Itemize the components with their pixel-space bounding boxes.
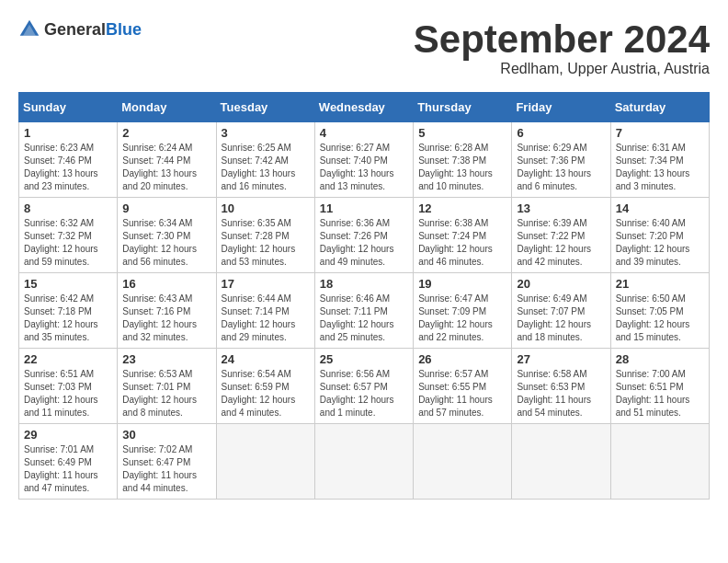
day-detail: Sunrise: 6:43 AM Sunset: 7:16 PM Dayligh…	[122, 293, 210, 344]
day-detail: Sunrise: 6:39 AM Sunset: 7:22 PM Dayligh…	[517, 217, 605, 269]
calendar-week-row: 1 Sunrise: 6:23 AM Sunset: 7:46 PM Dayli…	[19, 122, 710, 198]
table-row: 8 Sunrise: 6:32 AM Sunset: 7:32 PM Dayli…	[19, 198, 118, 273]
day-number: 23	[122, 352, 210, 366]
table-row: 30 Sunrise: 7:02 AM Sunset: 6:47 PM Dayl…	[118, 424, 216, 500]
table-row: 21 Sunrise: 6:50 AM Sunset: 7:05 PM Dayl…	[610, 273, 709, 349]
day-number: 28	[616, 352, 704, 366]
table-row: 13 Sunrise: 6:39 AM Sunset: 7:22 PM Dayl…	[512, 198, 610, 273]
table-row: 27 Sunrise: 6:58 AM Sunset: 6:53 PM Dayl…	[512, 349, 610, 424]
day-detail: Sunrise: 7:00 AM Sunset: 6:51 PM Dayligh…	[616, 368, 704, 419]
table-row	[610, 424, 709, 500]
table-row: 20 Sunrise: 6:49 AM Sunset: 7:07 PM Dayl…	[512, 273, 610, 349]
day-number: 3	[222, 126, 310, 140]
day-number: 11	[320, 201, 408, 215]
table-row: 10 Sunrise: 6:35 AM Sunset: 7:28 PM Dayl…	[216, 198, 314, 273]
title-area: September 2024 Redlham, Upper Austria, A…	[414, 18, 710, 77]
table-row	[414, 424, 512, 500]
day-number: 9	[122, 201, 210, 215]
col-thursday: Thursday	[414, 93, 512, 122]
col-saturday: Saturday	[610, 93, 709, 122]
table-row: 7 Sunrise: 6:31 AM Sunset: 7:34 PM Dayli…	[610, 122, 709, 198]
day-detail: Sunrise: 6:40 AM Sunset: 7:20 PM Dayligh…	[616, 217, 704, 269]
day-detail: Sunrise: 6:53 AM Sunset: 7:01 PM Dayligh…	[122, 368, 210, 419]
day-detail: Sunrise: 6:57 AM Sunset: 6:55 PM Dayligh…	[418, 368, 506, 419]
col-friday: Friday	[512, 93, 610, 122]
day-number: 25	[320, 352, 408, 366]
day-number: 10	[222, 201, 310, 215]
day-detail: Sunrise: 6:58 AM Sunset: 6:53 PM Dayligh…	[517, 368, 605, 419]
table-row: 14 Sunrise: 6:40 AM Sunset: 7:20 PM Dayl…	[610, 198, 709, 273]
table-row: 25 Sunrise: 6:56 AM Sunset: 6:57 PM Dayl…	[314, 349, 413, 424]
day-detail: Sunrise: 7:02 AM Sunset: 6:47 PM Dayligh…	[122, 443, 210, 495]
calendar-week-row: 22 Sunrise: 6:51 AM Sunset: 7:03 PM Dayl…	[19, 349, 710, 424]
table-row: 9 Sunrise: 6:34 AM Sunset: 7:30 PM Dayli…	[118, 198, 216, 273]
logo-text-blue: Blue	[106, 20, 142, 39]
table-row: 6 Sunrise: 6:29 AM Sunset: 7:36 PM Dayli…	[512, 122, 610, 198]
table-row: 16 Sunrise: 6:43 AM Sunset: 7:16 PM Dayl…	[118, 273, 216, 349]
table-row: 15 Sunrise: 6:42 AM Sunset: 7:18 PM Dayl…	[19, 273, 118, 349]
day-detail: Sunrise: 6:46 AM Sunset: 7:11 PM Dayligh…	[320, 293, 408, 344]
day-detail: Sunrise: 6:47 AM Sunset: 7:09 PM Dayligh…	[418, 293, 506, 344]
table-row: 12 Sunrise: 6:38 AM Sunset: 7:24 PM Dayl…	[414, 198, 512, 273]
month-title: September 2024	[414, 18, 710, 61]
day-number: 18	[320, 277, 408, 291]
day-detail: Sunrise: 6:31 AM Sunset: 7:34 PM Dayligh…	[616, 142, 704, 193]
day-detail: Sunrise: 6:42 AM Sunset: 7:18 PM Dayligh…	[24, 293, 112, 344]
day-number: 6	[517, 126, 605, 140]
table-row: 22 Sunrise: 6:51 AM Sunset: 7:03 PM Dayl…	[19, 349, 118, 424]
day-number: 7	[616, 126, 704, 140]
calendar-week-row: 15 Sunrise: 6:42 AM Sunset: 7:18 PM Dayl…	[19, 273, 710, 349]
table-row: 19 Sunrise: 6:47 AM Sunset: 7:09 PM Dayl…	[414, 273, 512, 349]
calendar-week-row: 29 Sunrise: 7:01 AM Sunset: 6:49 PM Dayl…	[19, 424, 710, 500]
table-row: 26 Sunrise: 6:57 AM Sunset: 6:55 PM Dayl…	[414, 349, 512, 424]
day-detail: Sunrise: 6:51 AM Sunset: 7:03 PM Dayligh…	[24, 368, 112, 419]
day-number: 2	[122, 126, 210, 140]
day-number: 21	[616, 277, 704, 291]
day-number: 30	[122, 428, 210, 442]
day-number: 19	[418, 277, 506, 291]
table-row: 2 Sunrise: 6:24 AM Sunset: 7:44 PM Dayli…	[118, 122, 216, 198]
day-number: 13	[517, 201, 605, 215]
calendar-week-row: 8 Sunrise: 6:32 AM Sunset: 7:32 PM Dayli…	[19, 198, 710, 273]
day-number: 15	[24, 277, 112, 291]
day-detail: Sunrise: 6:38 AM Sunset: 7:24 PM Dayligh…	[418, 217, 506, 269]
day-number: 1	[24, 126, 112, 140]
table-row: 24 Sunrise: 6:54 AM Sunset: 6:59 PM Dayl…	[216, 349, 314, 424]
logo-text-general: General	[44, 20, 106, 39]
day-detail: Sunrise: 6:27 AM Sunset: 7:40 PM Dayligh…	[320, 142, 408, 193]
table-row	[314, 424, 413, 500]
col-tuesday: Tuesday	[216, 93, 314, 122]
day-number: 8	[24, 201, 112, 215]
day-number: 20	[517, 277, 605, 291]
day-number: 16	[122, 277, 210, 291]
day-detail: Sunrise: 6:56 AM Sunset: 6:57 PM Dayligh…	[320, 368, 408, 419]
day-number: 26	[418, 352, 506, 366]
day-detail: Sunrise: 6:50 AM Sunset: 7:05 PM Dayligh…	[616, 293, 704, 344]
calendar-table: Sunday Monday Tuesday Wednesday Thursday…	[18, 92, 710, 500]
day-number: 29	[24, 428, 112, 442]
col-wednesday: Wednesday	[314, 93, 413, 122]
day-number: 14	[616, 201, 704, 215]
day-number: 17	[222, 277, 310, 291]
day-detail: Sunrise: 6:29 AM Sunset: 7:36 PM Dayligh…	[517, 142, 605, 193]
day-detail: Sunrise: 6:32 AM Sunset: 7:32 PM Dayligh…	[24, 217, 112, 269]
logo: GeneralBlue	[18, 18, 142, 40]
day-detail: Sunrise: 6:54 AM Sunset: 6:59 PM Dayligh…	[222, 368, 310, 419]
day-detail: Sunrise: 6:24 AM Sunset: 7:44 PM Dayligh…	[122, 142, 210, 193]
day-detail: Sunrise: 6:34 AM Sunset: 7:30 PM Dayligh…	[122, 217, 210, 269]
col-monday: Monday	[118, 93, 216, 122]
table-row	[512, 424, 610, 500]
page-header: GeneralBlue September 2024 Redlham, Uppe…	[18, 18, 710, 77]
day-detail: Sunrise: 6:49 AM Sunset: 7:07 PM Dayligh…	[517, 293, 605, 344]
table-row	[216, 424, 314, 500]
table-row: 11 Sunrise: 6:36 AM Sunset: 7:26 PM Dayl…	[314, 198, 413, 273]
table-row: 1 Sunrise: 6:23 AM Sunset: 7:46 PM Dayli…	[19, 122, 118, 198]
table-row: 28 Sunrise: 7:00 AM Sunset: 6:51 PM Dayl…	[610, 349, 709, 424]
calendar-header-row: Sunday Monday Tuesday Wednesday Thursday…	[19, 93, 710, 122]
day-number: 22	[24, 352, 112, 366]
day-detail: Sunrise: 6:25 AM Sunset: 7:42 AM Dayligh…	[222, 142, 310, 193]
table-row: 23 Sunrise: 6:53 AM Sunset: 7:01 PM Dayl…	[118, 349, 216, 424]
table-row: 4 Sunrise: 6:27 AM Sunset: 7:40 PM Dayli…	[314, 122, 413, 198]
day-detail: Sunrise: 6:35 AM Sunset: 7:28 PM Dayligh…	[222, 217, 310, 269]
day-number: 5	[418, 126, 506, 140]
